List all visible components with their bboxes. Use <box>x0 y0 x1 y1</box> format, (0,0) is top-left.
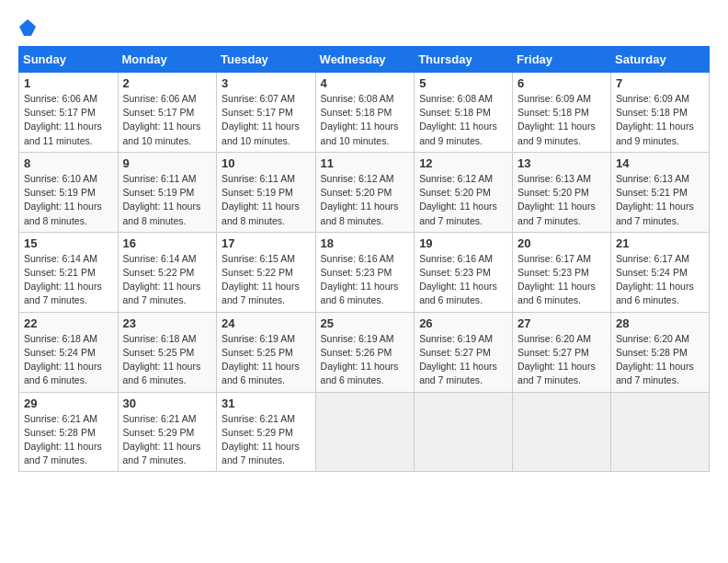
day-number: 18 <box>321 236 410 250</box>
calendar-cell: 1 Sunrise: 6:06 AM Sunset: 5:17 PM Dayli… <box>19 73 119 153</box>
day-info: Sunrise: 6:21 AM Sunset: 5:28 PM Dayligh… <box>24 412 113 468</box>
calendar-cell: 5 Sunrise: 6:08 AM Sunset: 5:18 PM Dayli… <box>415 73 513 153</box>
calendar-cell <box>611 392 710 472</box>
day-number: 3 <box>222 76 311 90</box>
day-info: Sunrise: 6:16 AM Sunset: 5:23 PM Dayligh… <box>321 252 410 308</box>
day-number: 26 <box>419 316 507 330</box>
week-row-4: 22 Sunrise: 6:18 AM Sunset: 5:24 PM Dayl… <box>19 312 710 392</box>
week-row-2: 8 Sunrise: 6:10 AM Sunset: 5:19 PM Dayli… <box>19 152 710 232</box>
week-row-5: 29 Sunrise: 6:21 AM Sunset: 5:28 PM Dayl… <box>19 392 710 472</box>
day-number: 11 <box>321 156 410 170</box>
day-info: Sunrise: 6:20 AM Sunset: 5:28 PM Dayligh… <box>616 332 704 388</box>
day-info: Sunrise: 6:06 AM Sunset: 5:17 PM Dayligh… <box>24 92 113 148</box>
day-number: 21 <box>616 236 704 250</box>
day-info: Sunrise: 6:18 AM Sunset: 5:25 PM Dayligh… <box>123 332 212 388</box>
day-number: 22 <box>24 316 113 330</box>
day-number: 25 <box>321 316 410 330</box>
calendar-cell: 24 Sunrise: 6:19 AM Sunset: 5:25 PM Dayl… <box>217 312 316 392</box>
day-header-thursday: Thursday <box>415 47 513 73</box>
day-info: Sunrise: 6:09 AM Sunset: 5:18 PM Dayligh… <box>518 92 606 148</box>
calendar-cell: 2 Sunrise: 6:06 AM Sunset: 5:17 PM Dayli… <box>118 73 217 153</box>
day-number: 17 <box>222 236 311 250</box>
calendar-cell: 21 Sunrise: 6:17 AM Sunset: 5:24 PM Dayl… <box>611 232 710 312</box>
day-number: 5 <box>419 76 507 90</box>
calendar-cell: 10 Sunrise: 6:11 AM Sunset: 5:19 PM Dayl… <box>217 152 316 232</box>
day-info: Sunrise: 6:09 AM Sunset: 5:18 PM Dayligh… <box>616 92 704 148</box>
day-info: Sunrise: 6:13 AM Sunset: 5:20 PM Dayligh… <box>518 172 606 228</box>
day-info: Sunrise: 6:12 AM Sunset: 5:20 PM Dayligh… <box>321 172 410 228</box>
day-info: Sunrise: 6:06 AM Sunset: 5:17 PM Dayligh… <box>123 92 212 148</box>
calendar-cell <box>315 392 415 472</box>
day-info: Sunrise: 6:18 AM Sunset: 5:24 PM Dayligh… <box>24 332 113 388</box>
calendar-cell: 9 Sunrise: 6:11 AM Sunset: 5:19 PM Dayli… <box>118 152 217 232</box>
day-number: 9 <box>123 156 212 170</box>
calendar-cell: 6 Sunrise: 6:09 AM Sunset: 5:18 PM Dayli… <box>513 73 611 153</box>
day-info: Sunrise: 6:17 AM Sunset: 5:24 PM Dayligh… <box>616 252 704 308</box>
calendar-cell: 19 Sunrise: 6:16 AM Sunset: 5:23 PM Dayl… <box>415 232 513 312</box>
day-info: Sunrise: 6:19 AM Sunset: 5:27 PM Dayligh… <box>419 332 507 388</box>
day-number: 24 <box>222 316 311 330</box>
day-header-monday: Monday <box>118 47 217 73</box>
day-info: Sunrise: 6:11 AM Sunset: 5:19 PM Dayligh… <box>222 172 311 228</box>
calendar-cell: 31 Sunrise: 6:21 AM Sunset: 5:29 PM Dayl… <box>217 392 316 472</box>
day-header-wednesday: Wednesday <box>315 47 415 73</box>
day-info: Sunrise: 6:07 AM Sunset: 5:17 PM Dayligh… <box>222 92 311 148</box>
day-number: 19 <box>419 236 507 250</box>
day-info: Sunrise: 6:19 AM Sunset: 5:25 PM Dayligh… <box>222 332 311 388</box>
day-number: 10 <box>222 156 311 170</box>
day-info: Sunrise: 6:21 AM Sunset: 5:29 PM Dayligh… <box>123 412 212 468</box>
week-row-3: 15 Sunrise: 6:14 AM Sunset: 5:21 PM Dayl… <box>19 232 710 312</box>
day-header-saturday: Saturday <box>611 47 710 73</box>
calendar-cell: 13 Sunrise: 6:13 AM Sunset: 5:20 PM Dayl… <box>513 152 611 232</box>
day-header-friday: Friday <box>513 47 611 73</box>
day-number: 27 <box>518 316 606 330</box>
day-header-tuesday: Tuesday <box>217 47 316 73</box>
calendar-cell: 30 Sunrise: 6:21 AM Sunset: 5:29 PM Dayl… <box>118 392 217 472</box>
calendar-cell <box>415 392 513 472</box>
logo-icon <box>18 18 37 37</box>
day-number: 1 <box>24 76 113 90</box>
calendar-cell: 27 Sunrise: 6:20 AM Sunset: 5:27 PM Dayl… <box>513 312 611 392</box>
calendar-cell: 23 Sunrise: 6:18 AM Sunset: 5:25 PM Dayl… <box>118 312 217 392</box>
calendar-cell: 25 Sunrise: 6:19 AM Sunset: 5:26 PM Dayl… <box>315 312 415 392</box>
calendar-cell: 17 Sunrise: 6:15 AM Sunset: 5:22 PM Dayl… <box>217 232 316 312</box>
calendar-cell: 11 Sunrise: 6:12 AM Sunset: 5:20 PM Dayl… <box>315 152 415 232</box>
calendar-cell: 8 Sunrise: 6:10 AM Sunset: 5:19 PM Dayli… <box>19 152 119 232</box>
day-number: 28 <box>616 316 704 330</box>
day-info: Sunrise: 6:21 AM Sunset: 5:29 PM Dayligh… <box>222 412 311 468</box>
day-info: Sunrise: 6:16 AM Sunset: 5:23 PM Dayligh… <box>419 252 507 308</box>
calendar-cell: 3 Sunrise: 6:07 AM Sunset: 5:17 PM Dayli… <box>217 73 316 153</box>
day-info: Sunrise: 6:08 AM Sunset: 5:18 PM Dayligh… <box>419 92 507 148</box>
day-info: Sunrise: 6:10 AM Sunset: 5:19 PM Dayligh… <box>24 172 113 228</box>
day-info: Sunrise: 6:12 AM Sunset: 5:20 PM Dayligh… <box>419 172 507 228</box>
calendar-cell: 20 Sunrise: 6:17 AM Sunset: 5:23 PM Dayl… <box>513 232 611 312</box>
day-info: Sunrise: 6:19 AM Sunset: 5:26 PM Dayligh… <box>321 332 410 388</box>
day-number: 15 <box>24 236 113 250</box>
header-row: SundayMondayTuesdayWednesdayThursdayFrid… <box>19 47 710 73</box>
day-number: 12 <box>419 156 507 170</box>
day-number: 2 <box>123 76 212 90</box>
calendar-cell: 18 Sunrise: 6:16 AM Sunset: 5:23 PM Dayl… <box>315 232 415 312</box>
day-info: Sunrise: 6:17 AM Sunset: 5:23 PM Dayligh… <box>518 252 606 308</box>
calendar-cell: 12 Sunrise: 6:12 AM Sunset: 5:20 PM Dayl… <box>415 152 513 232</box>
calendar-cell: 22 Sunrise: 6:18 AM Sunset: 5:24 PM Dayl… <box>19 312 119 392</box>
day-info: Sunrise: 6:14 AM Sunset: 5:22 PM Dayligh… <box>123 252 212 308</box>
calendar-cell: 4 Sunrise: 6:08 AM Sunset: 5:18 PM Dayli… <box>315 73 415 153</box>
day-number: 7 <box>616 76 704 90</box>
day-info: Sunrise: 6:13 AM Sunset: 5:21 PM Dayligh… <box>616 172 704 228</box>
calendar-cell: 26 Sunrise: 6:19 AM Sunset: 5:27 PM Dayl… <box>415 312 513 392</box>
logo <box>18 18 40 37</box>
day-info: Sunrise: 6:08 AM Sunset: 5:18 PM Dayligh… <box>321 92 410 148</box>
day-number: 6 <box>518 76 606 90</box>
calendar-table: SundayMondayTuesdayWednesdayThursdayFrid… <box>18 46 710 472</box>
day-number: 29 <box>24 396 113 410</box>
week-row-1: 1 Sunrise: 6:06 AM Sunset: 5:17 PM Dayli… <box>19 73 710 153</box>
svg-marker-0 <box>19 19 36 36</box>
calendar-cell: 16 Sunrise: 6:14 AM Sunset: 5:22 PM Dayl… <box>118 232 217 312</box>
day-number: 14 <box>616 156 704 170</box>
day-header-sunday: Sunday <box>19 47 119 73</box>
day-number: 30 <box>123 396 212 410</box>
day-info: Sunrise: 6:15 AM Sunset: 5:22 PM Dayligh… <box>222 252 311 308</box>
calendar-cell: 28 Sunrise: 6:20 AM Sunset: 5:28 PM Dayl… <box>611 312 710 392</box>
calendar-cell: 29 Sunrise: 6:21 AM Sunset: 5:28 PM Dayl… <box>19 392 119 472</box>
